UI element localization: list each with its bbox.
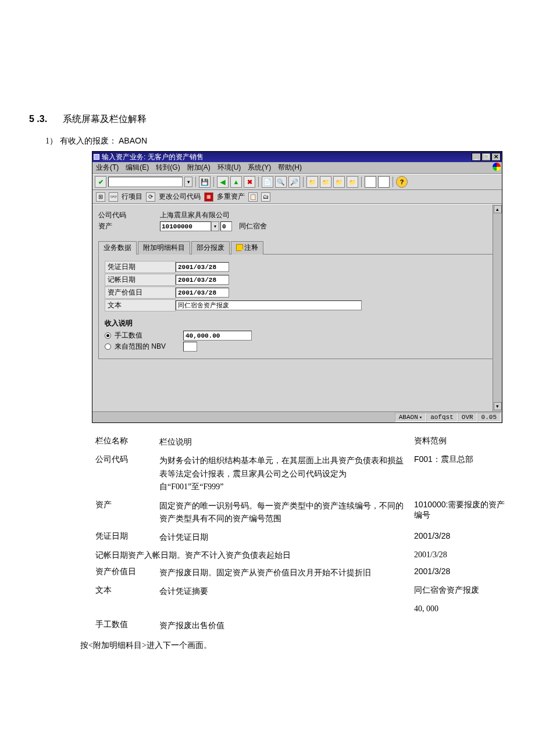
table-row: 资产 固定资产的唯一识别号码。每一资产类型中的资产连续编号，不同的资产类型具有不… [95,500,514,526]
menu-sys[interactable]: 系统(Y) [248,163,271,173]
menu-edit[interactable]: 编辑(E) [126,163,149,173]
text-input[interactable]: 同仁宿舍资产报废 [176,300,362,310]
table-row: 文本 会计凭证摘要 同仁宿舍资产报废 [95,585,514,598]
titlebar: 输入资产业务: 无客户的资产销售 _ ❐ ✕ [92,152,502,162]
command-field[interactable] [108,177,183,187]
status-ovr: OVR [458,413,477,422]
shortcut-button[interactable] [378,176,390,188]
status-user: aofqst [426,413,458,422]
tab-note[interactable]: 注释 [231,241,263,255]
footnote: 按<附加明细科目>进入下一个画面。 [80,640,506,651]
table-row: 手工数值 资产报废出售价值 [95,619,514,632]
find-button[interactable]: 🔍 [275,176,287,188]
note-icon[interactable]: 📋 [248,192,258,202]
menu-help[interactable]: 帮助(H) [278,163,302,173]
asset-label: 资产 [98,221,160,231]
text-label: 文本 [105,299,176,311]
menu-goto[interactable]: 转到(G) [156,163,180,173]
form-area: ▴ ▾ 公司代码 上海震旦家具有限公司 资产 10100000 ▾ 0 同仁宿舍… [92,204,502,411]
valdate-label: 资产价值日 [105,286,176,299]
menu-extra[interactable]: 附加(A) [187,163,211,173]
help-button[interactable]: ? [396,176,408,188]
section-title: 系统屏幕及栏位解释 [63,114,147,124]
tabstrip: 业务数据 附加明细科目 部分报废 注释 [98,241,496,255]
lineitem-button[interactable]: 行项目 [122,192,142,202]
table-row: 记帐日期资产入帐日期。资产不计入资产负债表起始日 2001/3/28 [95,550,514,561]
table-row: 资产价值日 资产报废日期。固定资产从资产价值日次月开始不计提折旧 2001/3/… [95,567,514,579]
application-toolbar: ⊞ 👓 行项目 ⟳ 更改公司代码 ▦ 多重资产 📋 🗂 [92,190,502,204]
nbv-input[interactable] [183,342,197,352]
back-button[interactable]: ◀ [217,176,229,188]
status-tcode[interactable]: ABAON [395,413,426,422]
field-description-table: 栏位名称 栏位说明 资料范例 公司代码 为财务会计的组织结构基本单元，在其层面上… [95,436,514,632]
tab-additional-accounts[interactable]: 附加明细科目 [138,241,190,255]
print-button[interactable] [262,176,273,188]
tab-transaction-data[interactable]: 业务数据 [98,241,137,255]
section-heading: 5 .3. 系统屏幕及栏位解释 [29,113,506,126]
radio-manual[interactable] [105,332,111,339]
menu-env[interactable]: 环境(U) [217,163,241,173]
overview-icon[interactable]: ⊞ [96,192,105,202]
radio-nbv[interactable] [105,343,111,350]
change-company-button[interactable]: 更改公司代码 [159,192,201,202]
company-label: 公司代码 [98,210,160,220]
prev-page-button[interactable] [320,176,331,188]
next-page-button[interactable] [333,176,345,188]
first-page-button[interactable] [306,176,318,188]
asset-input[interactable]: 10100000 [160,221,211,231]
standard-toolbar: ✔ ▾ ◀ ▲ ✖ 🔍 🔎 ? [92,174,502,190]
postdate-label: 记帐日期 [105,274,176,286]
menubar: 业务(T) 编辑(E) 转到(G) 附加(A) 环境(U) 系统(Y) 帮助(H… [92,162,502,174]
docdate-label: 凭证日期 [105,261,176,273]
hdr-field-desc: 栏位说明 [159,436,408,449]
radio-manual-label: 手工数值 [115,331,180,341]
new-session-button[interactable] [365,176,376,188]
postdate-input[interactable]: 2001/03/28 [176,275,229,285]
scroll-down-icon[interactable]: ▾ [494,402,502,410]
tab-panel: 凭证日期 2001/03/28 记帐日期 2001/03/28 资产价值日 20… [98,255,496,359]
glasses-icon[interactable]: 👓 [109,192,118,202]
window-title: 输入资产业务: 无客户的资产销售 [102,152,204,162]
table-row: 凭证日期 会计凭证日期 2001/3/28 [95,531,514,544]
status-time: 0.05 [477,413,501,422]
hdr-field-name: 栏位名称 [95,436,159,446]
asset-f4-icon[interactable]: ▾ [211,221,219,231]
tab-partial-retirement[interactable]: 部分报废 [191,241,230,255]
save-button[interactable] [199,176,211,188]
company-value: 上海震旦家具有限公司 [160,210,230,220]
asset-description: 同仁宿舍 [239,221,267,231]
sap-window: 输入资产业务: 无客户的资产销售 _ ❐ ✕ 业务(T) 编辑(E) 转到(G)… [92,151,502,423]
table-row: 40, 000 [95,604,514,614]
command-dropdown[interactable]: ▾ [184,177,192,187]
app-icon [94,154,99,160]
multi-asset-icon[interactable]: ▦ [204,192,213,202]
note-tab-icon [236,244,243,251]
section-number: 5 .3. [29,114,47,124]
change-icon[interactable]: ⟳ [146,192,155,202]
multi-asset-button[interactable]: 多重资产 [217,192,245,202]
close-button[interactable]: ✕ [491,153,501,161]
scroll-up-icon[interactable]: ▴ [494,205,502,213]
find-next-button[interactable]: 🔎 [288,176,300,188]
table-row: 公司代码 为财务会计的组织结构基本单元，在其层面上出具资产负债表和损益表等法定会… [95,454,514,493]
cancel-button[interactable]: ✖ [244,176,255,188]
statusbar: ABAON aofqst OVR 0.05 [92,411,502,422]
asset-sub-input[interactable]: 0 [220,221,232,231]
enter-button[interactable]: ✔ [95,176,106,188]
exit-button[interactable]: ▲ [230,176,242,188]
maximize-button[interactable]: ❐ [482,153,491,161]
scrollbar[interactable]: ▴ ▾ [493,205,502,411]
valdate-input[interactable]: 2001/03/28 [176,288,229,298]
subitem-line: 1） 有收入的报废： ABAON [45,136,506,146]
hdr-example: 资料范例 [414,436,513,446]
sap-logo-icon [493,163,501,171]
simulate-icon[interactable]: 🗂 [261,192,270,202]
last-page-button[interactable] [347,176,358,188]
table-header-row: 栏位名称 栏位说明 资料范例 [95,436,514,449]
radio-nbv-label: 来自范围的 NBV [115,342,180,352]
minimize-button[interactable]: _ [472,153,481,161]
docdate-input[interactable]: 2001/03/28 [176,262,229,272]
manual-amount-input[interactable]: 40,000.00 [183,331,252,341]
menu-biz[interactable]: 业务(T) [96,163,119,173]
income-section-title: 收入说明 [105,318,490,328]
